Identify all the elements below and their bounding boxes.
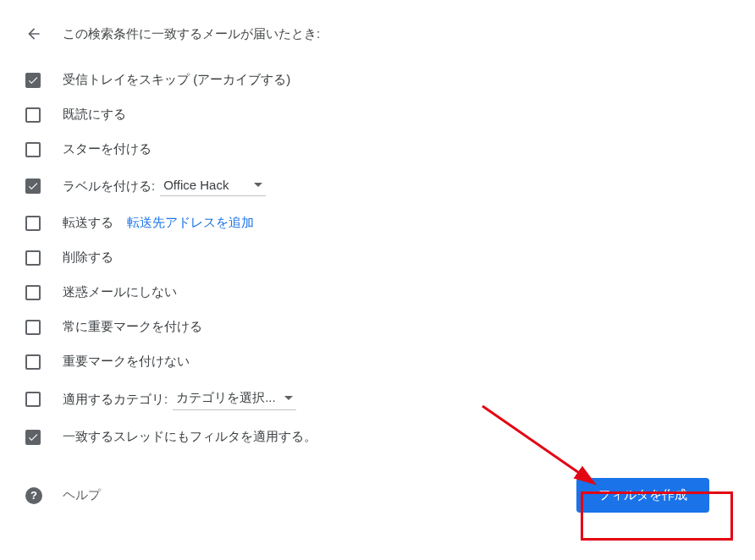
checkbox-apply-existing[interactable] (25, 430, 41, 445)
label-forward: 転送する (63, 215, 113, 231)
checkbox-skip-inbox[interactable] (25, 73, 41, 88)
option-forward: 転送する 転送先アドレスを追加 (25, 206, 730, 240)
checkbox-never-spam[interactable] (25, 285, 41, 300)
option-never-spam: 迷惑メールにしない (25, 275, 730, 310)
label-always-important: 常に重要マークを付ける (63, 319, 202, 335)
checkbox-never-important[interactable] (25, 354, 41, 370)
checkbox-star[interactable] (25, 142, 41, 157)
add-forward-address-link[interactable]: 転送先アドレスを追加 (127, 215, 254, 231)
filter-header-text: この検索条件に一致するメールが届いたとき: (63, 26, 320, 42)
label-mark-read: 既読にする (63, 107, 126, 123)
label-select[interactable]: Office Hack (160, 176, 266, 196)
option-apply-label: ラベルを付ける: Office Hack (25, 167, 730, 206)
checkbox-category[interactable] (25, 392, 41, 407)
label-category: 適用するカテゴリ: (63, 392, 168, 408)
option-category: 適用するカテゴリ: カテゴリを選択... (25, 379, 730, 420)
label-apply-existing: 一致するスレッドにもフィルタを適用する。 (63, 429, 317, 445)
create-filter-button[interactable]: フィルタを作成 (576, 478, 709, 513)
option-skip-inbox: 受信トレイをスキップ (アーカイブする) (25, 63, 730, 97)
label-never-important: 重要マークを付けない (63, 354, 190, 370)
help-icon[interactable]: ? (25, 487, 42, 504)
label-select-value: Office Hack (163, 178, 229, 192)
checkbox-always-important[interactable] (25, 320, 41, 335)
checkbox-delete[interactable] (25, 250, 41, 266)
chevron-down-icon (284, 396, 293, 400)
checkbox-forward[interactable] (25, 216, 41, 231)
option-mark-read: 既読にする (25, 97, 730, 132)
help-link[interactable]: ヘルプ (63, 487, 101, 503)
label-delete: 削除する (63, 250, 113, 266)
option-delete: 削除する (25, 240, 730, 275)
checkbox-apply-label[interactable] (25, 178, 41, 194)
category-select-value: カテゴリを選択... (176, 390, 276, 406)
option-star: スターを付ける (25, 132, 730, 167)
back-arrow-icon[interactable] (25, 25, 42, 42)
option-always-important: 常に重要マークを付ける (25, 310, 730, 344)
label-never-spam: 迷惑メールにしない (63, 284, 177, 300)
option-never-important: 重要マークを付けない (25, 344, 730, 379)
label-skip-inbox: 受信トレイをスキップ (アーカイブする) (63, 72, 290, 88)
label-star: スターを付ける (63, 141, 152, 157)
option-apply-existing: 一致するスレッドにもフィルタを適用する。 (25, 420, 730, 454)
label-apply-label: ラベルを付ける: (63, 178, 155, 195)
chevron-down-icon (254, 183, 262, 187)
checkbox-mark-read[interactable] (25, 107, 41, 123)
category-select[interactable]: カテゴリを選択... (173, 388, 296, 410)
